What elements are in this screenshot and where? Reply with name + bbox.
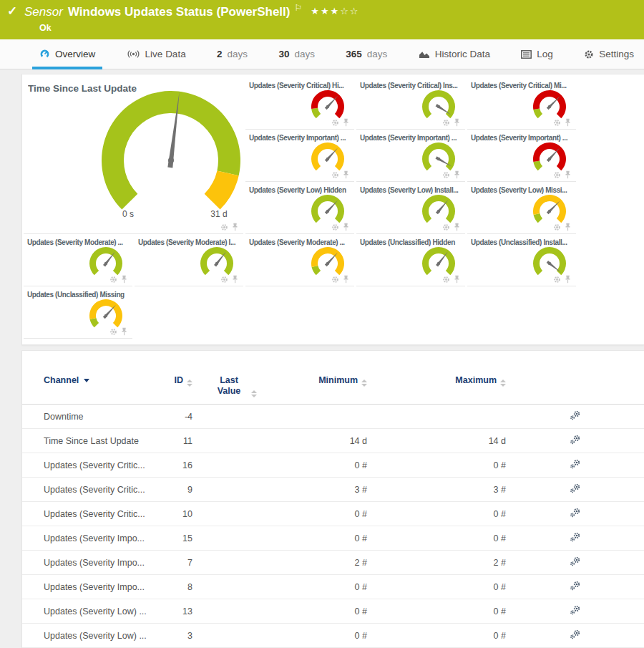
channel-maximum: 14 d: [367, 436, 506, 446]
channel-settings-button[interactable]: [570, 435, 581, 445]
pin-icon[interactable]: [343, 170, 349, 179]
gauge-tile[interactable]: Updates (Severity Moderate) ...: [24, 234, 132, 286]
tile-actions: [331, 170, 349, 179]
priority-stars[interactable]: ★★★☆☆: [311, 6, 359, 16]
gauge-tile[interactable]: Updates (Severity Critical) Mi...: [467, 77, 576, 130]
channel-maximum: 0 #: [367, 460, 506, 470]
channel-settings-button[interactable]: [570, 629, 581, 639]
gauge-tile[interactable]: Updates (Severity Important) ...: [245, 130, 354, 182]
pin-icon[interactable]: [343, 118, 349, 127]
gear-icon[interactable]: [442, 119, 450, 127]
tab-days-number: 2: [217, 49, 223, 59]
gear-icon[interactable]: [442, 171, 450, 179]
tab-2-days[interactable]: 2days: [217, 39, 248, 69]
pin-icon[interactable]: [454, 118, 460, 127]
gear-icon[interactable]: [442, 276, 450, 284]
gear-icon[interactable]: [331, 171, 339, 179]
channel-settings-button[interactable]: [570, 410, 581, 420]
pin-icon[interactable]: [565, 118, 571, 127]
pin-icon[interactable]: [343, 275, 349, 284]
column-header-minimum[interactable]: Minimum: [275, 375, 367, 387]
tab-historic-data[interactable]: Historic Data: [419, 39, 490, 69]
main-gauge-tile[interactable]: Time Since Last Update 0 s 31 d: [24, 77, 243, 234]
tab-label: Settings: [599, 49, 634, 59]
tab-settings[interactable]: Settings: [584, 39, 634, 69]
channel-settings-button[interactable]: [570, 605, 581, 615]
gauge-tile[interactable]: Updates (Unclassified) Install...: [467, 234, 576, 286]
gear-icon[interactable]: [553, 171, 561, 179]
column-header-last-value[interactable]: Last Value: [192, 375, 275, 397]
column-header-channel[interactable]: Channel: [44, 375, 158, 386]
channel-id: -4: [158, 412, 192, 422]
channel-minimum: 3 #: [275, 485, 367, 495]
channel-name: Updates (Severity Critic...: [44, 460, 158, 470]
channel-settings-button[interactable]: [570, 556, 581, 566]
channels-table-panel: ChannelIDLast ValueMinimumMaximum Downti…: [21, 350, 644, 648]
channel-settings-button[interactable]: [570, 581, 581, 591]
pin-icon[interactable]: [565, 170, 571, 179]
gauge-min-label: 0 s: [114, 209, 142, 219]
gear-icon[interactable]: [331, 223, 339, 231]
gauge-tile[interactable]: Updates (Severity Moderate) ...: [245, 234, 354, 286]
tile-actions: [553, 170, 571, 179]
pin-icon[interactable]: [121, 327, 127, 336]
table-row: Updates (Severity Critic...100 #0 #: [22, 502, 644, 526]
channel-id: 11: [158, 436, 192, 446]
gauge-tile[interactable]: Updates (Severity Low) Hidden: [245, 182, 354, 234]
gauge-tile[interactable]: Updates (Severity Critical) Hi...: [245, 77, 354, 130]
table-row: Updates (Severity Impo...80 #0 #: [22, 575, 644, 599]
channel-minimum: 2 #: [275, 558, 367, 568]
column-label: Minimum: [318, 375, 358, 385]
column-header-maximum[interactable]: Maximum: [367, 375, 506, 387]
flag-icon[interactable]: ⚐: [294, 3, 302, 13]
channel-minimum: 14 d: [275, 436, 367, 446]
pin-icon[interactable]: [565, 223, 571, 231]
pin-icon[interactable]: [565, 275, 571, 284]
gear-icon[interactable]: [331, 276, 339, 284]
gauge-tile[interactable]: Updates (Severity Important) ...: [356, 130, 465, 182]
pin-icon[interactable]: [121, 275, 127, 284]
gear-icon[interactable]: [553, 223, 561, 231]
pin-icon[interactable]: [454, 170, 460, 179]
gear-icon[interactable]: [331, 119, 339, 127]
gauge-tile[interactable]: Updates (Unclassified) Missing: [24, 286, 132, 339]
gauge-tile[interactable]: Updates (Severity Low) Missi...: [467, 182, 576, 234]
channel-settings-button[interactable]: [570, 532, 581, 542]
channel-maximum: 0 #: [367, 533, 506, 543]
pin-icon[interactable]: [454, 275, 460, 284]
channel-name: Updates (Severity Low) ...: [44, 606, 158, 616]
channel-settings-button[interactable]: [570, 483, 581, 493]
gauge-tile[interactable]: Updates (Severity Critical) Ins...: [356, 77, 465, 130]
channel-maximum: 3 #: [367, 485, 506, 495]
gear-icon[interactable]: [442, 223, 450, 231]
tab-overview[interactable]: Overview: [39, 39, 95, 69]
gear-icon[interactable]: [553, 276, 561, 284]
channel-settings-button[interactable]: [570, 459, 581, 469]
tab-365-days[interactable]: 365days: [346, 39, 387, 69]
tab-live-data[interactable]: Live Data: [127, 39, 186, 69]
pin-icon[interactable]: [343, 223, 349, 231]
tile-actions: [553, 223, 571, 231]
gauge-tile[interactable]: Updates (Severity Low) Install...: [356, 182, 465, 234]
tab-30-days[interactable]: 30days: [278, 39, 315, 69]
tab-label: days: [367, 49, 388, 59]
pin-icon[interactable]: [454, 223, 460, 231]
column-header-id[interactable]: ID: [158, 375, 192, 387]
gauge-tile[interactable]: Updates (Severity Important) ...: [467, 130, 576, 182]
gear-icon[interactable]: [109, 328, 117, 336]
tab-log[interactable]: Log: [521, 39, 553, 69]
gear-icon[interactable]: [553, 119, 561, 127]
gear-icon[interactable]: [220, 223, 228, 231]
pin-icon[interactable]: [232, 275, 238, 284]
gauge-tile[interactable]: Updates (Unclassified) Hidden: [356, 234, 465, 286]
tab-bar: OverviewLive Data2days30days365daysHisto…: [0, 39, 644, 69]
channel-name: Updates (Severity Low) ...: [44, 631, 158, 641]
gear-icon[interactable]: [109, 276, 117, 284]
gauge-tile[interactable]: Updates (Severity Moderate) I...: [135, 234, 243, 286]
tile-actions: [220, 223, 238, 231]
gear-icon[interactable]: [220, 276, 228, 284]
channel-settings-button[interactable]: [570, 508, 581, 518]
column-label: Channel: [44, 375, 79, 385]
pin-icon[interactable]: [232, 223, 238, 231]
channel-minimum: 0 #: [275, 509, 367, 519]
